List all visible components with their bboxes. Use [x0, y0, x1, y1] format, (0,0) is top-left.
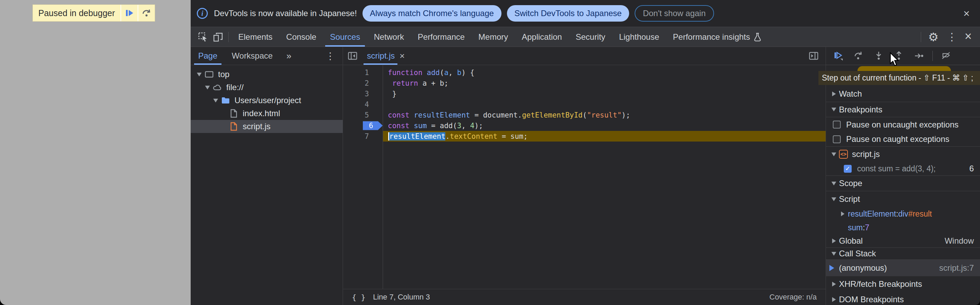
watch-label: Watch: [839, 89, 862, 99]
frame-name: (anonymous): [839, 263, 887, 273]
tab-performance-insights[interactable]: Performance insights: [666, 27, 768, 46]
devtools-close-icon[interactable]: ×: [961, 29, 975, 45]
code-token: textContent: [450, 132, 497, 141]
pause-uncaught-row[interactable]: Pause on uncaught exceptions: [826, 117, 980, 132]
tab-network[interactable]: Network: [367, 27, 411, 46]
paused-selection: resultElement: [388, 132, 445, 141]
line-number-2[interactable]: 2: [343, 79, 383, 88]
deactivate-breakpoints-button[interactable]: [941, 51, 951, 61]
line-number-7[interactable]: 7: [343, 132, 383, 141]
scope-var-resultElement[interactable]: resultElement: div#result: [826, 207, 980, 221]
file-tab-label: script.js: [367, 51, 395, 61]
file-tab-scriptjs[interactable]: script.js ×: [362, 47, 410, 65]
tab-application[interactable]: Application: [515, 27, 568, 46]
expanded-arrow-icon: [832, 182, 836, 185]
line-number-3[interactable]: 3: [343, 90, 383, 98]
expanded-arrow-icon: [203, 86, 212, 89]
pause-uncaught-label: Pause on uncaught exceptions: [846, 120, 958, 129]
breakpoint-group-file: script.js: [852, 149, 880, 159]
step-over-button[interactable]: [854, 51, 863, 61]
tree-item-users-user-project[interactable]: Users/user/project: [191, 94, 343, 107]
pause-uncaught-checkbox[interactable]: [833, 121, 841, 129]
editor-tab-strip: script.js ×: [343, 47, 826, 65]
scope-variables: resultElement: div#resultsum: 7: [826, 207, 980, 235]
code-line-2: 2 return a + b;: [343, 78, 826, 88]
section-breakpoints[interactable]: Breakpoints: [826, 102, 980, 117]
tab-security[interactable]: Security: [569, 27, 612, 46]
always-match-language-button[interactable]: Always match Chrome's language: [363, 5, 501, 22]
navigator-kebab-icon[interactable]: ⋮: [323, 50, 338, 62]
tree-item-top[interactable]: top: [191, 68, 343, 81]
settings-gear-icon[interactable]: ⚙: [924, 30, 942, 44]
toggle-sidebar-icon[interactable]: [802, 51, 826, 61]
folder-icon: [220, 96, 231, 104]
resume-button[interactable]: [834, 51, 843, 61]
pause-caught-row[interactable]: Pause on caught exceptions: [826, 132, 980, 147]
breakpoint-entry-row[interactable]: ✓ const sum = add(3, 4); 6: [826, 162, 980, 176]
more-options-kebab-icon[interactable]: ⋮: [943, 31, 961, 43]
tab-console[interactable]: Console: [279, 27, 323, 46]
cloud-icon: [212, 83, 223, 91]
inspect-element-icon[interactable]: [196, 30, 210, 44]
line-number-6[interactable]: 6: [343, 121, 383, 130]
breakpoint-badge[interactable]: 6: [363, 121, 383, 130]
line-number-1[interactable]: 1: [343, 69, 383, 77]
pause-caught-checkbox[interactable]: [833, 136, 841, 143]
devtools-tabbar: ElementsConsoleSourcesNetworkPerformance…: [191, 27, 980, 47]
tab-elements[interactable]: Elements: [231, 27, 279, 46]
tab-performance[interactable]: Performance: [411, 27, 471, 46]
line-number-5[interactable]: 5: [343, 111, 383, 119]
tab-page[interactable]: Page: [196, 47, 220, 65]
file-tab-close-icon[interactable]: ×: [399, 51, 405, 61]
toggle-navigator-icon[interactable]: [343, 51, 362, 61]
editor-panel: script.js × 1function add(a, b) {2 retur…: [343, 47, 826, 305]
tab-sources[interactable]: Sources: [323, 27, 367, 46]
breakpoint-group-row[interactable]: <> script.js: [826, 147, 980, 162]
code-token: = add(: [427, 122, 457, 130]
flask-icon: [753, 33, 762, 42]
resume-icon: [125, 8, 134, 18]
step-over-button-banner[interactable]: [138, 5, 155, 21]
section-xhr-breakpoints[interactable]: XHR/fetch Breakpoints: [826, 276, 980, 292]
section-scope[interactable]: Scope: [826, 176, 980, 191]
step-into-button[interactable]: [874, 51, 883, 61]
code-line-text: }: [383, 88, 826, 99]
call-stack-frame[interactable]: (anonymous) script.js:7: [826, 260, 980, 276]
tree-item-script-js[interactable]: script.js: [191, 120, 343, 133]
pretty-print-icon[interactable]: { }: [352, 293, 366, 302]
tab-memory[interactable]: Memory: [472, 27, 515, 46]
device-toolbar-icon[interactable]: [210, 30, 226, 44]
expanded-arrow-icon: [211, 99, 220, 102]
main-tabs: ElementsConsoleSourcesNetworkPerformance…: [231, 27, 768, 46]
section-watch[interactable]: Watch: [826, 86, 980, 102]
resume-script-button[interactable]: [121, 5, 138, 21]
line-number-4[interactable]: 4: [343, 101, 383, 109]
code-editor[interactable]: 1function add(a, b) {2 return a + b;3 }4…: [343, 65, 826, 289]
debugger-sidebar: Step out of current function - ⇧ F11 - ⌘…: [826, 47, 980, 305]
section-dom-breakpoints[interactable]: DOM Breakpoints: [826, 292, 980, 305]
scope-global-label: Global: [839, 236, 862, 246]
step-button[interactable]: [914, 51, 924, 61]
step-icon: [914, 51, 924, 61]
breakpoint-checkbox[interactable]: ✓: [844, 165, 852, 173]
scope-global-row[interactable]: Global Window: [826, 235, 980, 248]
switch-devtools-japanese-button[interactable]: Switch DevTools to Japanese: [507, 5, 630, 22]
scope-var-sum[interactable]: sum: 7: [826, 221, 980, 235]
scope-script-row[interactable]: Script: [826, 191, 980, 207]
tab-lighthouse[interactable]: Lighthouse: [612, 27, 666, 46]
tree-item-index-html[interactable]: index.html: [191, 107, 343, 120]
file-js-icon: [228, 122, 239, 131]
code-token: [409, 111, 414, 119]
tree-item-label: script.js: [243, 122, 270, 131]
code-token: );: [622, 111, 630, 119]
dont-show-again-button[interactable]: Don't show again: [635, 5, 714, 22]
section-call-stack[interactable]: Call Stack: [826, 248, 980, 260]
deactivate-breakpoints-icon: [941, 51, 951, 61]
tab-label: Lighthouse: [619, 32, 659, 42]
more-tabs-chevrons-icon[interactable]: »: [285, 51, 293, 61]
tree-item-file-[interactable]: file://: [191, 81, 343, 94]
notification-close-icon[interactable]: ×: [963, 8, 970, 19]
tab-workspace[interactable]: Workspace: [229, 47, 275, 65]
tab-label: Performance: [418, 32, 465, 42]
info-icon: i: [197, 8, 208, 19]
